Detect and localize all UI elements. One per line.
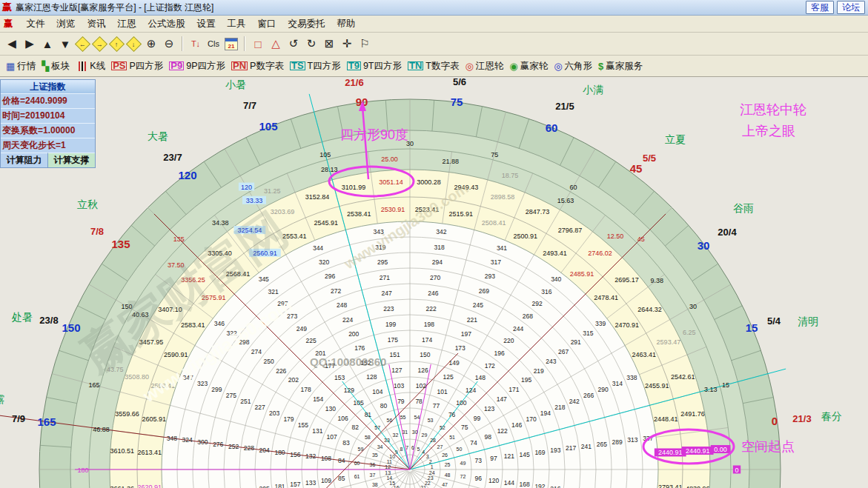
svg-text:344: 344: [313, 244, 323, 252]
tool-t-number-table[interactable]: TNT数字表: [408, 60, 459, 73]
svg-text:120: 120: [178, 169, 196, 181]
forward-icon[interactable]: ▶: [22, 36, 37, 52]
tool-hexagon[interactable]: ◎六角形: [554, 60, 592, 73]
svg-text:4: 4: [422, 449, 425, 455]
forum-button[interactable]: 论坛: [837, 1, 865, 14]
svg-text:5/4: 5/4: [767, 315, 781, 327]
tool-p-number-table[interactable]: PNP数字表: [231, 60, 284, 73]
calc-support-button[interactable]: 计算支撑: [48, 153, 95, 167]
svg-text:3559.66: 3559.66: [115, 410, 139, 418]
tool-winner-service[interactable]: $赢家服务: [598, 60, 643, 73]
menu-trade[interactable]: 交易委托: [282, 18, 331, 30]
menu-settings[interactable]: 设置: [191, 18, 222, 30]
blocks-icon: ▚: [42, 61, 49, 72]
svg-text:157: 157: [290, 481, 300, 488]
triangle-tool-icon[interactable]: △: [268, 36, 283, 52]
svg-text:33: 33: [384, 438, 390, 443]
svg-text:176: 176: [354, 344, 365, 352]
tool-winner-wheel[interactable]: ◉赢家轮: [509, 60, 548, 73]
svg-text:274: 274: [251, 348, 262, 355]
svg-text:72: 72: [460, 474, 466, 479]
tool-quotes[interactable]: ▦行情: [6, 60, 36, 73]
zoom-out-icon[interactable]: ⊖: [162, 36, 176, 52]
cls-icon[interactable]: Cls: [206, 36, 221, 52]
svg-text:79: 79: [397, 398, 405, 405]
svg-text:53: 53: [428, 418, 434, 423]
tool-t-square[interactable]: TST四方形: [290, 60, 341, 73]
diamond-down-icon[interactable]: ↓: [126, 36, 142, 51]
diamond-right-icon[interactable]: →: [92, 36, 107, 51]
calc-resistance-button[interactable]: 计算阻力: [1, 153, 48, 167]
svg-text:318: 318: [434, 244, 444, 251]
menu-formula-stock-pick[interactable]: 公式选股: [142, 18, 191, 30]
svg-text:252: 252: [228, 443, 239, 450]
flag-icon[interactable]: ⚐: [357, 36, 372, 52]
svg-text:60: 60: [569, 184, 577, 191]
svg-text:155: 155: [298, 421, 308, 429]
menu-browse[interactable]: 浏览: [51, 18, 82, 30]
down-triangle-icon[interactable]: ▼: [58, 36, 73, 52]
svg-text:25: 25: [445, 462, 451, 467]
center-cross-icon[interactable]: ✛: [339, 36, 354, 52]
svg-text:7/8: 7/8: [90, 226, 104, 237]
gann-wheel-canvas: 1234567891011121314151617181920212223242…: [0, 77, 868, 488]
tool-gann-wheel[interactable]: ◎江恩轮: [465, 60, 503, 73]
tool-9p-square[interactable]: P99P四方形: [169, 60, 225, 73]
menu-news[interactable]: 资讯: [82, 18, 112, 30]
svg-text:109: 109: [321, 477, 331, 484]
svg-text:74: 74: [470, 439, 477, 447]
diamond-up-icon[interactable]: ↑: [109, 36, 125, 51]
calendar-icon[interactable]: 21: [225, 38, 238, 50]
tool-p-square[interactable]: PSP四方形: [111, 60, 163, 73]
up-triangle-icon[interactable]: ▲: [40, 36, 55, 52]
svg-text:5/5: 5/5: [643, 153, 656, 164]
zoom-in-icon[interactable]: ⊕: [144, 36, 159, 52]
candlestick-icon: [78, 61, 87, 71]
svg-text:7/7: 7/7: [243, 100, 256, 111]
svg-text:28: 28: [430, 438, 436, 443]
svg-text:6: 6: [411, 445, 414, 450]
menu-file[interactable]: 文件: [21, 18, 51, 30]
rotate-cw-icon[interactable]: ↻: [304, 36, 319, 52]
svg-text:34: 34: [377, 444, 383, 449]
svg-text:2470.91: 2470.91: [614, 321, 639, 329]
svg-text:2538.41: 2538.41: [347, 210, 371, 218]
svg-text:2440.91: 2440.91: [658, 449, 683, 456]
boxed-x-icon[interactable]: ⊠: [322, 36, 337, 52]
svg-text:126: 126: [418, 367, 428, 374]
svg-text:173: 173: [455, 344, 466, 352]
svg-text:2847.73: 2847.73: [526, 208, 550, 215]
svg-text:289: 289: [612, 438, 622, 446]
svg-text:60: 60: [354, 461, 360, 466]
p9-icon: P9: [169, 61, 184, 70]
tool-kline[interactable]: K线: [76, 60, 105, 73]
svg-text:61: 61: [354, 474, 360, 479]
toolbar-main: ◀ ▶ ▲ ▼ ← → ↑ ↓ ⊕ ⊖ T↓ Cls 21 □ △ ↺ ↻ ⊠ …: [0, 33, 868, 56]
tool-sectors[interactable]: ▚板块: [42, 60, 70, 73]
svg-text:170: 170: [526, 415, 536, 423]
svg-text:49: 49: [460, 461, 466, 466]
svg-text:2593.47: 2593.47: [657, 338, 681, 346]
menu-gann[interactable]: 江恩: [112, 18, 142, 30]
rotate-ccw-icon[interactable]: ↺: [286, 36, 301, 52]
price-ruler-icon[interactable]: T↓: [188, 36, 203, 52]
svg-text:12.50: 12.50: [607, 233, 624, 240]
svg-text:130: 130: [325, 405, 336, 412]
menu-help[interactable]: 帮助: [331, 18, 362, 30]
svg-text:2613.41: 2613.41: [137, 449, 162, 456]
svg-text:3661.36: 3661.36: [110, 485, 135, 488]
svg-text:11: 11: [387, 459, 392, 464]
back-icon[interactable]: ◀: [4, 36, 19, 52]
svg-text:47: 47: [442, 482, 448, 487]
svg-text:148: 148: [475, 374, 486, 381]
square-tool-icon[interactable]: □: [251, 36, 265, 52]
svg-text:313: 313: [627, 436, 637, 444]
menu-window[interactable]: 窗口: [252, 18, 282, 30]
customer-service-button[interactable]: 客服: [806, 1, 834, 14]
diamond-left-icon[interactable]: ←: [75, 36, 90, 51]
svg-text:266: 266: [583, 392, 594, 399]
svg-text:221: 221: [467, 316, 477, 324]
menu-tools[interactable]: 工具: [222, 18, 252, 30]
tool-9t-square[interactable]: T99T四方形: [347, 60, 402, 73]
svg-text:151: 151: [390, 351, 400, 358]
